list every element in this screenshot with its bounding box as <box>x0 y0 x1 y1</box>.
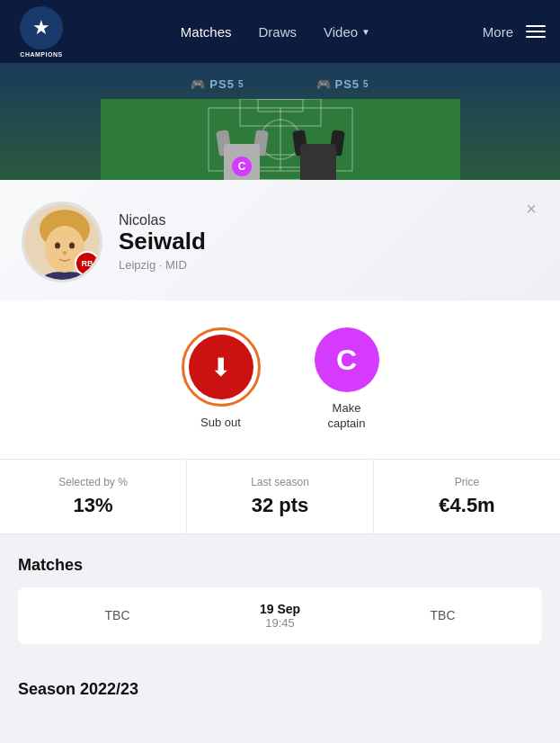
svg-point-11 <box>55 243 60 249</box>
stat-last-season: Last season 32 pts <box>187 460 374 533</box>
actions-row: ⬇ Sub out C Makecaptain <box>0 300 560 459</box>
captain-label: Makecaptain <box>328 401 366 432</box>
nav-item-matches[interactable]: Matches <box>181 24 232 40</box>
season-title: Season 2022/23 <box>18 680 542 699</box>
ps5-text-right: PS5 <box>335 77 360 91</box>
ps5-logo-right: 🎮 PS55 <box>316 77 369 91</box>
jersey-left: C <box>218 130 267 180</box>
matches-section: Matches TBC 19 Sep 19:45 TBC <box>0 534 560 658</box>
player-team: Leipzig · MID <box>119 258 206 272</box>
player-card-header: RB Nicolas Seiwald Leipzig · MID × <box>0 180 560 300</box>
player-avatar: RB <box>22 201 102 282</box>
player-first-name: Nicolas <box>119 212 206 228</box>
nav-item-draws[interactable]: Draws <box>259 24 298 40</box>
price-label: Price <box>383 476 551 488</box>
ps5-logos: 🎮 PS55 🎮 PS55 <box>0 77 560 91</box>
player-info: Nicolas Seiwald Leipzig · MID <box>119 212 206 272</box>
logo-text: CHAMPIONS <box>20 51 62 58</box>
arrow-down-icon: ⬇ <box>210 353 231 382</box>
last-season-label: Last season <box>196 476 364 488</box>
price-value: €4.5m <box>383 494 551 517</box>
svg-point-13 <box>63 251 67 255</box>
match-date: 19 Sep <box>199 602 361 616</box>
match-card: TBC 19 Sep 19:45 TBC <box>18 587 542 644</box>
ps5-icon-left: 🎮 <box>191 77 206 91</box>
ucl-logo[interactable]: ★ CHAMPIONS <box>14 6 68 58</box>
stat-price: Price €4.5m <box>374 460 560 533</box>
ps5-logo-left: 🎮 PS55 <box>191 77 244 91</box>
ps5-text-left: PS5 <box>209 77 235 91</box>
nav-more-label[interactable]: More <box>483 24 513 40</box>
last-season-value: 32 pts <box>196 494 364 517</box>
ps5-5-right: 5 <box>363 79 369 89</box>
jersey-container: C <box>218 130 343 180</box>
ps5-5-left: 5 <box>238 79 244 89</box>
selected-label: Selected by % <box>9 476 177 488</box>
captain-badge-jersey: C <box>232 157 252 176</box>
chevron-down-icon: ▼ <box>361 27 370 37</box>
player-last-name: Seiwald <box>119 228 206 255</box>
sub-out-circle: ⬇ <box>189 335 253 399</box>
selected-value: 13% <box>9 494 177 517</box>
matches-title: Matches <box>18 556 542 575</box>
jersey-right <box>294 130 343 180</box>
sub-out-label: Sub out <box>200 416 241 431</box>
captain-action[interactable]: C Makecaptain <box>315 327 379 432</box>
ps5-icon-right: 🎮 <box>316 77 332 91</box>
nav-items: Matches Draws Video ▼ <box>68 24 483 40</box>
captain-letter: C <box>336 344 357 377</box>
ps5-banner: 🎮 PS55 🎮 PS55 C <box>0 63 560 180</box>
hamburger-button[interactable] <box>526 25 546 38</box>
stats-row: Selected by % 13% Last season 32 pts Pri… <box>0 459 560 534</box>
match-center: 19 Sep 19:45 <box>199 602 361 630</box>
hamburger-line-2 <box>526 31 546 32</box>
season-section: Season 2022/23 <box>0 658 560 713</box>
sub-out-action[interactable]: ⬇ Sub out <box>182 327 261 432</box>
star-icon: ★ <box>32 16 50 40</box>
match-team-away: TBC <box>361 608 524 622</box>
sub-out-outer-ring: ⬇ <box>182 327 261 407</box>
hamburger-line-3 <box>526 36 546 38</box>
nav-item-video[interactable]: Video ▼ <box>324 24 370 40</box>
close-button[interactable]: × <box>520 198 542 219</box>
match-team-home: TBC <box>36 608 199 622</box>
hamburger-line-1 <box>526 25 546 27</box>
nav-right: More <box>483 24 546 40</box>
player-card: RB Nicolas Seiwald Leipzig · MID × ⬇ Sub… <box>0 180 560 534</box>
stat-selected: Selected by % 13% <box>0 460 187 533</box>
navigation: ★ CHAMPIONS Matches Draws Video ▼ More <box>0 0 560 63</box>
match-time: 19:45 <box>199 616 361 630</box>
svg-point-12 <box>69 243 75 249</box>
captain-circle: C <box>315 327 379 392</box>
nav-video-label: Video <box>324 24 358 40</box>
club-badge: RB <box>75 251 100 276</box>
